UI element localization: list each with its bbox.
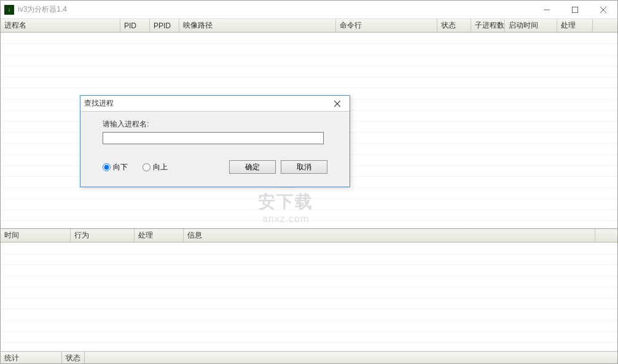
app-icon: ↓ [4,5,14,15]
statusbar: 统计 状态 [1,351,617,363]
column-header[interactable]: 处理 [135,229,184,242]
window-title: iv3为分析器1.4 [18,4,533,15]
dialog-buttons: 确定 取消 [229,160,327,174]
dialog-titlebar[interactable]: 查找进程 [80,96,350,112]
ok-button[interactable]: 确定 [229,160,276,174]
minimize-button[interactable] [533,1,561,18]
column-header[interactable]: 进程名 [1,19,120,32]
radio-up-input[interactable] [143,163,151,171]
svg-rect-1 [573,7,578,12]
column-header[interactable]: 时间 [1,229,71,242]
dialog-body: 请输入进程名: 向下 向上 确定 取消 [80,112,350,180]
status-stats: 统计 [1,352,62,363]
column-header[interactable]: 信息 [184,229,595,242]
cancel-button[interactable]: 取消 [281,160,327,174]
status-state: 状态 [62,352,85,363]
column-header[interactable]: 状态 [437,19,471,32]
radio-down-label: 向下 [113,162,128,172]
event-list-panel: 时间行为处理信息 [1,229,617,351]
radio-up-label: 向上 [153,162,168,172]
column-header[interactable]: 行为 [71,229,135,242]
close-button[interactable] [589,1,617,18]
column-header[interactable]: 映像路径 [179,19,336,32]
process-grid-header: 进程名PIDPPID映像路径命令行状态子进程数启动时间处理 [1,19,617,33]
column-header[interactable]: PPID [150,19,179,32]
dialog-options-row: 向下 向上 确定 取消 [103,160,327,174]
process-name-label: 请输入进程名: [103,119,327,130]
column-header[interactable]: 子进程数 [471,19,505,32]
grid-lines [1,242,617,351]
event-grid-body[interactable] [1,242,617,351]
maximize-button[interactable] [561,1,589,18]
column-header[interactable]: PID [120,19,150,32]
column-header[interactable]: 命令行 [336,19,437,32]
direction-up-radio[interactable]: 向上 [143,162,168,172]
dialog-title: 查找进程 [84,98,329,109]
window-controls [533,1,617,18]
column-header[interactable]: 处理 [557,19,593,32]
titlebar[interactable]: ↓ iv3为分析器1.4 [1,1,617,19]
process-name-input[interactable] [103,132,324,144]
dialog-close-button[interactable] [329,98,346,110]
radio-down-input[interactable] [103,163,111,171]
event-grid-header: 时间行为处理信息 [1,229,617,242]
column-header[interactable]: 启动时间 [505,19,557,32]
find-process-dialog: 查找进程 请输入进程名: 向下 向上 确定 取消 [80,95,350,187]
direction-down-radio[interactable]: 向下 [103,162,128,172]
